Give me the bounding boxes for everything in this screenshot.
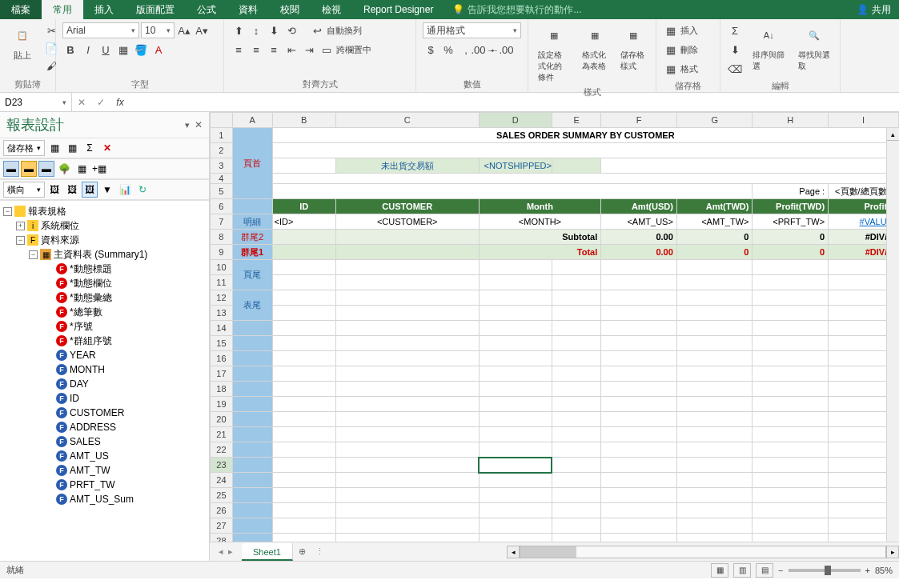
cell[interactable] (552, 534, 600, 542)
underline-button[interactable]: U (98, 42, 114, 58)
cell[interactable]: Month (479, 199, 601, 214)
cell[interactable] (335, 518, 479, 534)
row-header[interactable]: 14 (211, 321, 233, 336)
cell-title[interactable]: SALES ORDER SUMMARY BY CUSTOMER (272, 128, 898, 143)
fill-button[interactable]: ⬇ (727, 42, 743, 58)
cell[interactable] (335, 488, 479, 503)
tree-data-source[interactable]: 資料來源 (41, 234, 79, 247)
tree-field[interactable]: SALES (70, 436, 101, 447)
row-header[interactable]: 12 (211, 290, 233, 306)
cell[interactable] (676, 518, 753, 534)
cell[interactable] (676, 397, 753, 412)
align-middle-button[interactable]: ↕ (248, 22, 264, 38)
cell[interactable] (272, 336, 335, 351)
tab-file[interactable]: 檔案 (0, 0, 42, 19)
cell[interactable] (232, 366, 272, 382)
cell[interactable] (676, 427, 753, 442)
cell[interactable]: 明細 (232, 214, 272, 230)
border-button[interactable]: ▦ (115, 42, 131, 58)
cell[interactable] (676, 275, 753, 290)
cell[interactable] (335, 260, 479, 275)
sort-filter-button[interactable]: A↓排序與篩選 (748, 21, 790, 74)
cell[interactable]: 0 (676, 245, 753, 260)
cell[interactable] (335, 473, 479, 488)
tree-field[interactable]: *總筆數 (70, 306, 102, 319)
view-page-layout-button[interactable]: ▥ (733, 563, 751, 578)
cell[interactable] (753, 518, 829, 534)
cell[interactable] (335, 306, 479, 321)
cell[interactable] (335, 351, 479, 366)
cell[interactable]: Subtotal (479, 230, 601, 245)
cell[interactable] (753, 260, 829, 275)
zoom-in-button[interactable]: + (865, 566, 870, 575)
col-header-C[interactable]: C (335, 113, 479, 128)
cancel-formula-button[interactable]: ✕ (72, 97, 91, 108)
toolbar-btn-tree[interactable]: 🌳 (56, 161, 72, 177)
tree-view[interactable]: −報表規格 +i系統欄位 −F資料來源 −▦主資料表 (Summary1) F*… (0, 200, 209, 561)
cell[interactable] (601, 488, 677, 503)
align-top-button[interactable]: ⬆ (231, 22, 247, 38)
cell[interactable] (335, 412, 479, 427)
row-header[interactable]: 18 (211, 382, 233, 397)
cell[interactable] (552, 321, 600, 336)
row-header[interactable]: 25 (211, 488, 233, 503)
tree-field[interactable]: *動態欄位 (70, 277, 112, 290)
add-sheet-button[interactable]: ⊕ (293, 546, 312, 557)
tree-field[interactable]: MONTH (70, 364, 105, 375)
cell[interactable] (552, 290, 600, 306)
cell[interactable]: 頁首 (232, 128, 272, 199)
cell[interactable] (676, 442, 753, 458)
row-header[interactable]: 15 (211, 336, 233, 351)
cell[interactable]: <PRFT_TW> (753, 214, 829, 230)
cell[interactable] (552, 458, 600, 473)
cell[interactable] (753, 488, 829, 503)
toolbar-chart[interactable]: 📊 (117, 182, 133, 198)
tab-report-designer[interactable]: Report Designer (352, 0, 444, 19)
cell[interactable] (676, 488, 753, 503)
close-panel-button[interactable]: ✕ (195, 119, 203, 130)
clear-button[interactable]: ⌫ (727, 61, 743, 77)
cell[interactable] (335, 290, 479, 306)
cell[interactable] (601, 366, 677, 382)
tree-field[interactable]: CUSTOMER (70, 407, 124, 418)
cell[interactable] (601, 306, 677, 321)
toolbar-btn-sigma[interactable]: Σ (82, 140, 98, 156)
cell[interactable] (753, 412, 829, 427)
cell[interactable]: 0.00 (601, 230, 677, 245)
select-all-corner[interactable] (211, 113, 233, 128)
cell[interactable] (272, 306, 335, 321)
cell[interactable] (232, 518, 272, 534)
toolbar-refresh[interactable]: ↻ (134, 182, 151, 198)
cell[interactable]: 0 (753, 230, 829, 245)
tab-data[interactable]: 資料 (227, 0, 269, 19)
tab-formula[interactable]: 公式 (186, 0, 227, 19)
cell[interactable] (753, 473, 829, 488)
cell[interactable] (272, 534, 335, 542)
cell[interactable] (272, 366, 335, 382)
cell[interactable]: CUSTOMER (335, 199, 479, 214)
cell[interactable] (479, 503, 552, 518)
cell[interactable] (753, 458, 829, 473)
find-select-button[interactable]: 🔍尋找與選取 (793, 21, 836, 74)
font-color-button[interactable]: A (151, 42, 167, 58)
cell[interactable] (676, 503, 753, 518)
tree-field[interactable]: *序號 (70, 320, 93, 334)
cell[interactable] (232, 442, 272, 458)
delete-cells-button[interactable]: ▦ (663, 42, 679, 58)
cell[interactable] (335, 336, 479, 351)
cell[interactable]: <MONTH> (479, 214, 601, 230)
tree-field[interactable]: *群組序號 (70, 334, 112, 348)
cell[interactable] (552, 260, 600, 275)
prev-sheet-button[interactable]: ◂ (219, 546, 223, 557)
toolbar-img-2[interactable]: 🖼 (64, 182, 80, 198)
cell[interactable] (601, 260, 677, 275)
insert-cells-button[interactable]: ▦ (663, 22, 679, 38)
format-as-table-button[interactable]: ▦格式化為表格 (577, 21, 612, 74)
cell[interactable] (335, 275, 479, 290)
cell[interactable] (479, 473, 552, 488)
fill-color-button[interactable]: 🪣 (133, 42, 149, 58)
cell[interactable]: Amt(USD) (601, 199, 677, 214)
orientation-button[interactable]: ⟲ (283, 22, 299, 38)
cell[interactable]: <AMT_TW> (676, 214, 753, 230)
tree-root[interactable]: 報表規格 (28, 205, 66, 218)
